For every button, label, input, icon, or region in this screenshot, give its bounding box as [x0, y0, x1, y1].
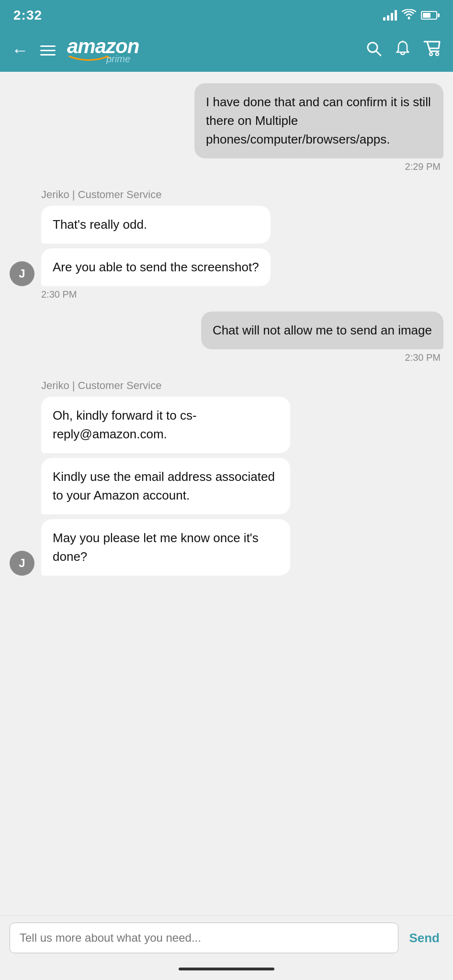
agent-name-2: Jeriko | Customer Service	[0, 373, 453, 395]
back-button[interactable]: ←	[11, 42, 29, 59]
status-bar: 2:32	[0, 0, 453, 29]
agent-bubble-stack-2: Oh, kindly forward it to cs-reply@amazon…	[41, 397, 290, 576]
message-row-user-2: Chat will not allow me to send an image	[0, 310, 453, 351]
prime-label: prime	[106, 54, 130, 65]
send-button[interactable]: Send	[405, 931, 443, 946]
agent-bubble-2-1: Oh, kindly forward it to cs-reply@amazon…	[41, 397, 290, 453]
message-group-agent-2: Jeriko | Customer Service J Oh, kindly f…	[0, 373, 453, 578]
timestamp-1: 2:29 PM	[0, 160, 453, 178]
svg-point-0	[408, 17, 410, 20]
amazon-logo: amazon prime	[67, 36, 139, 65]
input-area: Send	[0, 915, 453, 960]
agent-bubble-2-2: Kindly use the email address associated …	[41, 458, 290, 514]
message-row-user-1: I have done that and can confirm it is s…	[0, 81, 453, 160]
status-icons	[383, 9, 440, 22]
message-row-agent-1: J That's really odd. Are you able to sen…	[0, 204, 453, 288]
menu-button[interactable]	[40, 45, 56, 56]
svg-point-5	[436, 53, 439, 56]
amazon-smile-icon	[67, 55, 110, 63]
wifi-icon	[402, 9, 416, 22]
agent-bubble-2-3: May you please let me know once it's don…	[41, 519, 290, 576]
search-button[interactable]	[366, 41, 382, 60]
notifications-button[interactable]	[396, 41, 410, 60]
signal-bars-icon	[383, 10, 397, 21]
nav-bar: ← amazon prime	[0, 29, 453, 72]
message-row-agent-2: J Oh, kindly forward it to cs-reply@amaz…	[0, 395, 453, 578]
svg-point-4	[430, 53, 432, 56]
status-time: 2:32	[13, 8, 42, 23]
agent-bubble-1-2: Are you able to send the screenshot?	[41, 248, 271, 286]
svg-line-2	[376, 51, 381, 56]
battery-icon	[421, 11, 440, 20]
timestamp-agent-1: 2:30 PM	[0, 288, 453, 306]
user-bubble-1: I have done that and can confirm it is s…	[194, 83, 443, 158]
nav-left: ← amazon prime	[11, 36, 139, 65]
agent-bubble-stack-1: That's really odd. Are you able to send …	[41, 206, 271, 286]
chat-area: I have done that and can confirm it is s…	[0, 72, 453, 915]
cart-button[interactable]	[423, 41, 442, 60]
user-bubble-2: Chat will not allow me to send an image	[201, 312, 443, 349]
timestamp-user-2: 2:30 PM	[0, 351, 453, 369]
home-indicator	[0, 960, 453, 980]
nav-right	[366, 41, 442, 60]
message-group-user-2: Chat will not allow me to send an image …	[0, 310, 453, 369]
home-bar	[179, 968, 274, 970]
agent-avatar-2: J	[10, 551, 34, 576]
message-group-1: I have done that and can confirm it is s…	[0, 81, 453, 178]
chat-input[interactable]	[10, 923, 398, 953]
agent-bubble-1-1: That's really odd.	[41, 206, 271, 244]
agent-name-1: Jeriko | Customer Service	[0, 182, 453, 204]
agent-avatar-1: J	[10, 261, 34, 286]
message-group-agent-1: Jeriko | Customer Service J That's reall…	[0, 182, 453, 306]
